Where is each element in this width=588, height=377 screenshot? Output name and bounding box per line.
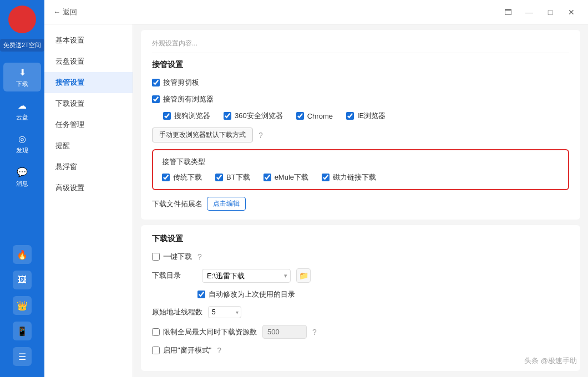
dir-label: 下载目录: [152, 271, 196, 281]
settings-nav: 基本设置 云盘设置 接管设置 下载设置 任务管理 提醒 悬浮窗 高级设置: [44, 24, 133, 377]
extension-edit-button[interactable]: 点击编辑: [207, 197, 246, 211]
window-controls: 🗖 — □ ✕: [500, 4, 579, 20]
auto-dir-row: 自动修改为上次使用的目录: [197, 289, 569, 299]
type-traditional: 传统下载: [162, 172, 202, 182]
prev-section-stub: 外观设置内容...: [152, 39, 569, 53]
one-click-checkbox-row: 一键下载: [152, 252, 192, 262]
chrome-checkbox[interactable]: [296, 112, 304, 120]
windowed-label: 启用"窗开模式": [163, 345, 211, 355]
bt-label: BT下载: [226, 172, 250, 182]
close-button[interactable]: ✕: [564, 4, 579, 20]
emule-checkbox[interactable]: [263, 174, 271, 181]
top-bar: ← 返回 🗖 — □ ✕: [44, 0, 588, 24]
windowed-checkbox-row: 启用"窗开模式": [152, 345, 211, 355]
browser-list-row: 搜狗浏览器 360安全浏览器 Chrome IE浏览器: [163, 111, 569, 121]
windowed-checkbox[interactable]: [152, 347, 160, 354]
nav-item-download[interactable]: 下载设置: [44, 93, 133, 114]
all-browsers-row: 接管所有浏览器: [152, 94, 569, 104]
all-browsers-checkbox[interactable]: [152, 95, 160, 103]
nav-item-cloud[interactable]: 云盘设置: [44, 51, 133, 72]
sidebar-item-cloud[interactable]: ☁ 云盘: [3, 96, 41, 125]
sidebar-item-label: 下载: [16, 80, 28, 88]
sidebar: 免费送2T空间 ⬇ 下载 ☁ 云盘 ◎ 发现 💬 消息 🔥 🖼 👑 📱 ☰: [0, 0, 44, 377]
threads-row: 原始地址线程数 5 8 16: [152, 306, 569, 318]
ie-label: IE浏览器: [357, 111, 386, 121]
limit-input[interactable]: [262, 325, 307, 339]
auto-dir-checkbox-row: 自动修改为上次使用的目录: [197, 289, 295, 299]
360-label: 360安全浏览器: [235, 111, 283, 121]
cloud-icon: ☁: [16, 99, 28, 111]
sidebar-bottom-mobile[interactable]: 📱: [13, 322, 32, 340]
threads-select[interactable]: 5 8 16: [208, 306, 241, 318]
nav-item-tasks[interactable]: 任务管理: [44, 114, 133, 135]
clipboard-row: 接管剪切板: [152, 78, 569, 88]
all-browsers-checkbox-row: 接管所有浏览器: [152, 94, 214, 104]
manual-browser-button[interactable]: 手动更改浏览器默认下载方式: [152, 128, 253, 142]
sidebar-bottom-gallery[interactable]: 🖼: [13, 271, 32, 289]
windowed-row: 启用"窗开模式" ?: [152, 345, 569, 355]
sogou-checkbox[interactable]: [163, 112, 171, 120]
download-settings-section: 下载设置 一键下载 ? 下载目录 E:\迅雷下载: [141, 225, 580, 371]
emule-label: eMule下载: [275, 172, 308, 182]
dir-select-wrapper: E:\迅雷下载: [202, 269, 291, 283]
traditional-label: 传统下载: [173, 172, 202, 182]
back-arrow-icon: ←: [53, 8, 60, 16]
browser-chrome: Chrome: [296, 111, 333, 121]
auto-dir-checkbox[interactable]: [197, 291, 205, 298]
traditional-checkbox[interactable]: [162, 174, 170, 181]
limit-label: 限制全局最大同时下载资源数: [163, 327, 257, 337]
sidebar-bottom-fire[interactable]: 🔥: [13, 245, 32, 264]
extension-label: 下载文件拓展名: [152, 199, 202, 209]
back-button[interactable]: ← 返回: [53, 7, 77, 17]
app-logo: [8, 6, 36, 33]
limit-row: 限制全局最大同时下载资源数 ?: [152, 325, 569, 339]
type-emule: eMule下载: [263, 172, 308, 182]
promo-button[interactable]: 免费送2T空间: [0, 39, 44, 52]
folder-browse-button[interactable]: 📁: [296, 268, 311, 283]
help-icon-4[interactable]: ?: [217, 346, 221, 355]
help-icon-2[interactable]: ?: [197, 252, 202, 261]
limit-checkbox[interactable]: [152, 328, 160, 336]
manual-btn-row: 手动更改浏览器默认下载方式 ?: [152, 128, 569, 142]
browser-360: 360安全浏览器: [224, 111, 283, 121]
magnet-label: 磁力链接下载: [333, 172, 376, 182]
auto-dir-label: 自动修改为上次使用的目录: [209, 289, 295, 299]
bt-checkbox[interactable]: [215, 174, 223, 181]
clipboard-checkbox[interactable]: [152, 79, 160, 86]
nav-item-advanced[interactable]: 高级设置: [44, 177, 133, 198]
help-icon-1[interactable]: ?: [258, 131, 263, 140]
sidebar-item-discover[interactable]: ◎ 发现: [3, 129, 41, 158]
discover-icon: ◎: [16, 133, 28, 145]
sidebar-item-messages[interactable]: 💬 消息: [3, 162, 41, 191]
download-type-title: 接管下载类型: [162, 157, 559, 167]
chrome-label: Chrome: [307, 112, 333, 120]
clipboard-label: 接管剪切板: [163, 78, 199, 88]
settings-content: 外观设置内容... 接管设置 接管剪切板 接管所有浏览器: [133, 24, 588, 377]
360-checkbox[interactable]: [224, 112, 231, 120]
one-click-row: 一键下载 ?: [152, 252, 569, 262]
one-click-checkbox[interactable]: [152, 253, 160, 261]
nav-item-basic[interactable]: 基本设置: [44, 30, 133, 51]
nav-item-takeover[interactable]: 接管设置: [44, 72, 133, 93]
magnet-checkbox[interactable]: [322, 174, 330, 181]
sidebar-bottom-crown[interactable]: 👑: [13, 296, 32, 315]
maximize-button[interactable]: □: [543, 4, 558, 20]
sidebar-item-label: 消息: [16, 180, 28, 188]
restore-icon-btn[interactable]: 🗖: [500, 4, 516, 20]
type-bt: BT下载: [215, 172, 250, 182]
download-section-title: 下载设置: [152, 234, 569, 244]
sidebar-item-download[interactable]: ⬇ 下载: [3, 63, 41, 91]
nav-item-reminder[interactable]: 提醒: [44, 135, 133, 156]
ie-checkbox[interactable]: [346, 112, 354, 120]
dir-select[interactable]: E:\迅雷下载: [202, 269, 291, 283]
sidebar-bottom-menu[interactable]: ☰: [13, 347, 32, 366]
threads-select-wrapper: 5 8 16: [208, 306, 241, 318]
main-area: ← 返回 🗖 — □ ✕ 基本设置 云盘设置 接管设置 下载设置 任务管理 提醒…: [44, 0, 588, 377]
minimize-button[interactable]: —: [521, 4, 537, 20]
takeover-section-title: 接管设置: [152, 60, 569, 70]
browser-ie: IE浏览器: [346, 111, 386, 121]
sidebar-item-label: 云盘: [16, 113, 28, 121]
help-icon-3[interactable]: ?: [312, 328, 317, 337]
nav-item-float[interactable]: 悬浮窗: [44, 156, 133, 177]
sidebar-bottom: 🔥 🖼 👑 📱 ☰: [13, 245, 32, 371]
